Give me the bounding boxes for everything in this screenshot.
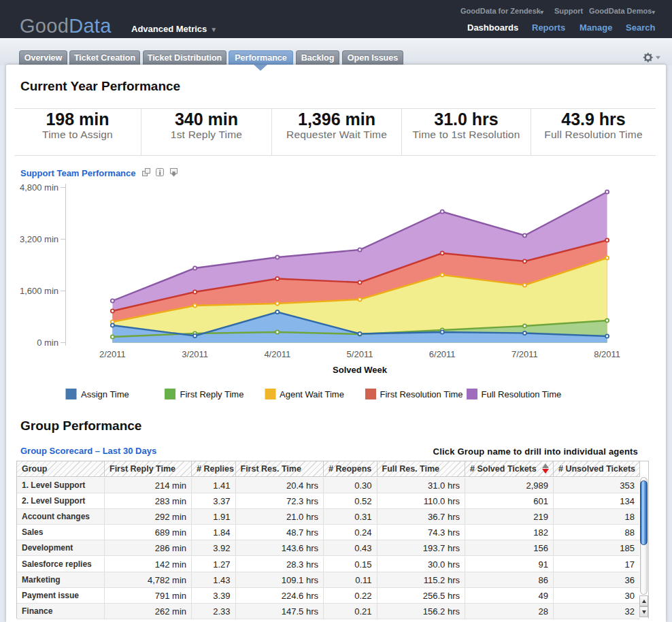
svg-text:5/2011: 5/2011 [347,349,373,359]
svg-text:Solved Week: Solved Week [333,365,388,375]
svg-text:6/2011: 6/2011 [429,349,456,359]
svg-text:Full Resolution Time: Full Resolution Time [482,389,562,399]
svg-text:0 min: 0 min [37,338,58,348]
svg-text:2/2011: 2/2011 [99,349,126,359]
svg-text:3/2011: 3/2011 [182,349,208,359]
svg-text:Assign Time: Assign Time [81,389,129,399]
svg-text:First Resolution Time: First Resolution Time [380,389,463,399]
svg-text:First Reply Time: First Reply Time [180,389,244,399]
svg-text:7/2011: 7/2011 [511,349,538,359]
svg-text:4/2011: 4/2011 [264,349,290,359]
svg-text:Agent Wait Time: Agent Wait Time [280,389,344,399]
svg-text:3,200 min: 3,200 min [20,234,58,244]
svg-text:8/2011: 8/2011 [594,349,620,359]
svg-text:1,600 min: 1,600 min [20,286,58,296]
svg-text:4,800 min: 4,800 min [20,182,58,193]
